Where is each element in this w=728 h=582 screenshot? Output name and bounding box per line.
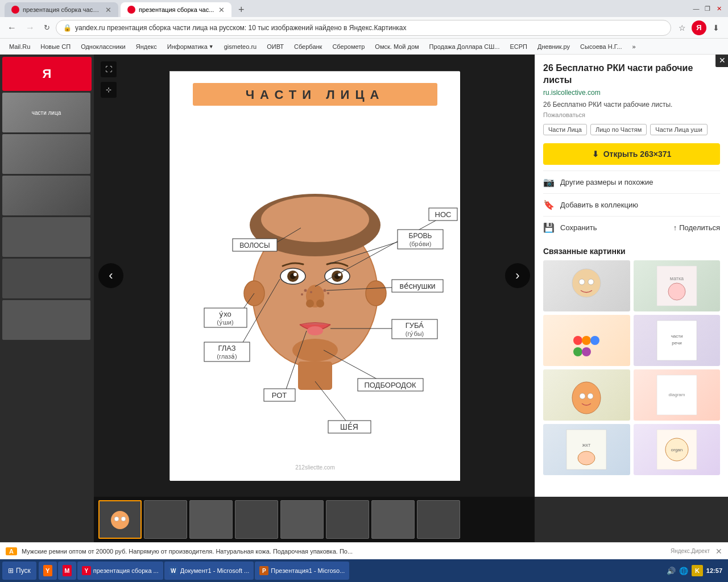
- address-text: yandex.ru презентация сборка части лица …: [75, 24, 407, 32]
- next-image-button[interactable]: ›: [505, 263, 530, 288]
- bookmark-esrp[interactable]: ЕСРП: [505, 40, 532, 53]
- taskbar-item-powerpoint[interactable]: P Презентация1 - Microso...: [255, 562, 349, 580]
- new-tab-button[interactable]: +: [234, 2, 249, 17]
- strip-thumb-5[interactable]: [280, 500, 324, 539]
- strip-thumb-4[interactable]: [235, 500, 278, 539]
- related-thumb-2[interactable]: матка: [634, 260, 721, 311]
- svg-text:ВОЛОСЫ: ВОЛОСЫ: [239, 242, 270, 250]
- bookmark-dnevnik[interactable]: Дневник.ру: [533, 40, 574, 53]
- tab-2-label: презентация сборка час...: [139, 6, 214, 13]
- svg-point-77: [580, 393, 585, 399]
- antivirus-icon[interactable]: K: [692, 565, 703, 576]
- svg-point-76: [572, 382, 601, 414]
- address-bar[interactable]: 🔒 yandex.ru презентация сборка части лиц…: [56, 20, 671, 36]
- search-result-2[interactable]: [2, 134, 90, 174]
- search-result-4[interactable]: [2, 217, 90, 257]
- bookmark-odnoklassniki[interactable]: Одноклассники: [76, 40, 130, 53]
- bookmark-omsk[interactable]: Омск. Мой дом: [370, 40, 423, 53]
- related-grid: матка: [543, 260, 720, 475]
- window-minimize-button[interactable]: —: [692, 4, 701, 13]
- other-sizes-row[interactable]: 📷 Другие размеры и похожие: [543, 171, 720, 193]
- tab-2-close[interactable]: ✕: [218, 6, 225, 14]
- search-result-1[interactable]: части лица: [2, 93, 90, 132]
- svg-point-21: [304, 289, 307, 292]
- taskbar-item-word[interactable]: W Документ1 - Microsoft ...: [164, 562, 254, 580]
- related-thumb-5[interactable]: [543, 369, 630, 421]
- main-area: Я части лица ⛶ ⊹ ‹: [0, 55, 728, 559]
- panel-complaint[interactable]: Пожаловаться: [543, 111, 720, 118]
- bookmark-yandex[interactable]: Яндекс: [131, 40, 162, 53]
- panel-source[interactable]: ru.islcollective.com: [543, 89, 720, 97]
- related-thumb-7[interactable]: ЖКТ: [543, 424, 630, 475]
- strip-thumb-8[interactable]: [417, 500, 460, 539]
- taskbar-item-browser-1[interactable]: Y презентация сборка ...: [77, 562, 163, 580]
- search-sidebar: Я части лица: [0, 55, 94, 497]
- strip-thumb-7[interactable]: [371, 500, 415, 539]
- chevron-down-icon: ▼: [209, 44, 214, 49]
- open-button[interactable]: ⬇ Открыть 263×371: [543, 143, 720, 165]
- related-thumb-8[interactable]: organ: [634, 424, 721, 475]
- back-button[interactable]: ←: [5, 20, 19, 35]
- bookmark-sysoeva[interactable]: Сысоева Н.Г...: [576, 40, 626, 53]
- bookmark-gismeteo[interactable]: gismeteo.ru: [220, 40, 261, 53]
- taskbar-label-3: Презентация1 - Microso...: [271, 567, 345, 574]
- search-result-6[interactable]: [2, 300, 90, 340]
- panel-close-button[interactable]: ✕: [715, 55, 728, 67]
- related-thumb-3[interactable]: [543, 315, 630, 366]
- taskbar-item-mail[interactable]: М: [58, 562, 76, 580]
- search-result-3[interactable]: [2, 176, 90, 215]
- bookmark-novye-sp[interactable]: Новые СП: [36, 40, 75, 53]
- download-button[interactable]: ⬇: [709, 20, 723, 35]
- bookmark-sberometr[interactable]: Сберометр: [328, 40, 369, 53]
- bookmark-oivt[interactable]: ОИВТ: [262, 40, 288, 53]
- related-thumb-4[interactable]: части речи: [634, 315, 721, 366]
- strip-thumb-3[interactable]: [189, 500, 233, 539]
- yandex-logo[interactable]: Я: [2, 57, 92, 91]
- strip-thumb-6[interactable]: [326, 500, 369, 539]
- strip-thumb-1[interactable]: [98, 500, 142, 539]
- ad-close-button[interactable]: ✕: [715, 547, 722, 556]
- bookmark-more[interactable]: »: [627, 40, 640, 53]
- crop-icon[interactable]: ⊹: [101, 82, 117, 98]
- face-diagram-image: ЧАСТИ ЛИЦА: [169, 71, 460, 480]
- search-result-5[interactable]: [2, 259, 90, 298]
- taskbar-item-y1[interactable]: Y: [39, 562, 57, 580]
- svg-point-88: [114, 517, 119, 521]
- bookmark-informatika[interactable]: Информатика ▼: [163, 40, 218, 53]
- refresh-button[interactable]: ↻: [41, 22, 52, 34]
- svg-text:РОТ: РОТ: [271, 391, 286, 400]
- tab-1-close[interactable]: ✕: [105, 6, 111, 14]
- bookmark-sberbank[interactable]: Сбербанк: [289, 40, 326, 53]
- taskbar-word-icon: W: [169, 566, 178, 575]
- start-button[interactable]: ⊞ Пуск: [2, 562, 36, 580]
- svg-point-69: [582, 336, 591, 345]
- tab-1[interactable]: презентация сборка части ... ✕: [5, 2, 118, 17]
- panel-description: 26 Бесплатно РКИ части рабочие листы.: [543, 100, 720, 110]
- window-close-button[interactable]: ✕: [714, 4, 723, 13]
- tag-chasti-litsa-ushi[interactable]: Части Лица уши: [650, 124, 708, 135]
- bookmark-mailru[interactable]: Mail.Ru: [5, 40, 35, 53]
- save-share-row: 💾 Сохранить ↑ Поделиться: [543, 216, 720, 239]
- strip-thumb-2[interactable]: [144, 500, 187, 539]
- ad-text[interactable]: Мужские ремни оптом от 20000 руб. Напрям…: [22, 548, 666, 555]
- network-icon: 🌐: [679, 567, 688, 575]
- yandex-avatar-button[interactable]: Я: [692, 20, 706, 35]
- tag-litso-po-chastyam[interactable]: Лицо по Частям: [590, 124, 647, 135]
- camera-icon: 📷: [543, 177, 555, 188]
- tab-2[interactable]: презентация сборка час... ✕: [121, 2, 231, 17]
- lock-icon: 🔒: [63, 24, 72, 32]
- prev-image-button[interactable]: ‹: [98, 263, 123, 288]
- tag-chasti-litsa[interactable]: Части Лица: [543, 124, 587, 135]
- fullscreen-icon[interactable]: ⛶: [101, 61, 117, 77]
- bookmark-star-button[interactable]: ☆: [675, 20, 689, 35]
- window-restore-button[interactable]: ❐: [703, 4, 712, 13]
- share-button[interactable]: ↑ Поделиться: [673, 223, 720, 232]
- svg-text:речи: речи: [672, 340, 681, 346]
- bookmark-dollar[interactable]: Продажа Доллара СШ...: [425, 40, 504, 53]
- svg-point-62: [572, 269, 601, 297]
- forward-button[interactable]: →: [23, 20, 38, 35]
- related-thumb-1[interactable]: [543, 260, 630, 311]
- add-collection-row[interactable]: 🔖 Добавить в коллекцию: [543, 193, 720, 216]
- image-tools: ⛶ ⊹: [101, 61, 117, 98]
- related-thumb-6[interactable]: diagram: [634, 369, 721, 421]
